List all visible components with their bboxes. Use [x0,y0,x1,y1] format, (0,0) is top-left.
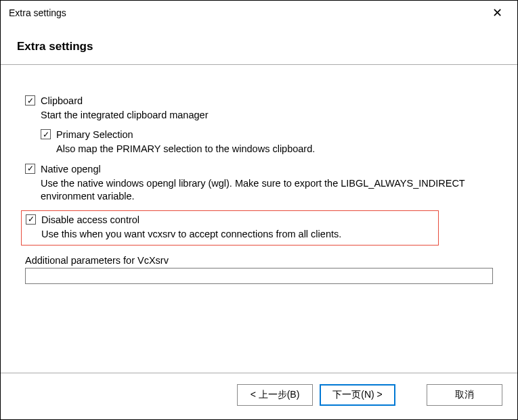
primary-selection-option[interactable]: ✓ Primary Selection [41,129,493,141]
clipboard-label: Clipboard [41,95,83,108]
check-icon: ✓ [43,131,49,139]
access-label: Disable access control [41,214,139,227]
next-button[interactable]: 下一页(N) > [320,384,395,406]
cancel-button[interactable]: 取消 [427,384,502,406]
primary-checkbox[interactable]: ✓ [41,129,51,139]
opengl-label: Native opengl [41,163,101,176]
check-icon: ✓ [28,215,35,223]
button-gap [402,384,420,406]
primary-desc: Also map the PRIMARY selection to the wi… [56,143,493,156]
back-button[interactable]: < 上一步(B) [237,384,313,406]
access-checkbox[interactable]: ✓ [26,214,36,225]
clipboard-desc: Start the integrated clipboard manager [41,109,493,122]
clipboard-option[interactable]: ✓ Clipboard [25,95,493,108]
close-icon[interactable]: ✕ [485,4,509,22]
opengl-option[interactable]: ✓ Native opengl [25,163,493,176]
header: Extra settings [1,25,517,64]
check-icon: ✓ [27,164,34,172]
params-input[interactable] [25,268,493,284]
check-icon: ✓ [27,97,34,105]
content-area: ✓ Clipboard Start the integrated clipboa… [1,65,517,373]
clipboard-checkbox[interactable]: ✓ [25,95,35,106]
opengl-checkbox[interactable]: ✓ [25,164,35,174]
footer: < 上一步(B) 下一页(N) > 取消 [1,373,517,419]
access-desc: Use this when you want vcxsrv to accept … [41,228,434,241]
titlebar: Extra settings ✕ [1,1,517,25]
params-label: Additional parameters for VcXsrv [25,255,493,266]
page-title: Extra settings [17,40,501,53]
highlight-box: ✓ Disable access control Use this when y… [21,210,439,246]
access-control-option[interactable]: ✓ Disable access control [26,214,434,227]
primary-label: Primary Selection [56,129,133,141]
window-title: Extra settings [9,7,485,18]
opengl-desc: Use the native windows opengl library (w… [41,177,493,204]
